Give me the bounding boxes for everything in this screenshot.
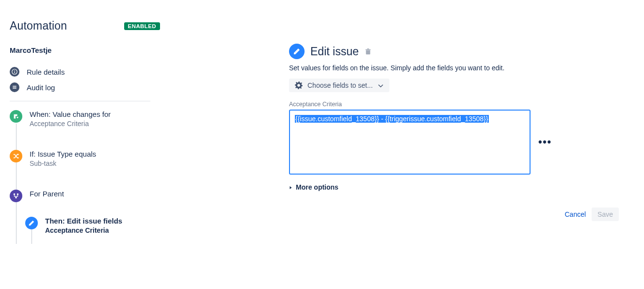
status-badge-enabled: ENABLED xyxy=(124,22,160,30)
divider xyxy=(10,101,150,101)
selected-text: {{issue.customfield_13508}} - {{triggeri… xyxy=(295,115,489,123)
more-options-toggle[interactable]: More options xyxy=(289,183,619,191)
chain-step-condition[interactable]: If: Issue Type equals Sub-task xyxy=(10,150,160,190)
chain-step-trigger[interactable]: When: Value changes for Acceptance Crite… xyxy=(10,110,160,150)
detail-description: Set values for fields on the issue. Simp… xyxy=(289,64,619,72)
nav-rule-details[interactable]: Rule details xyxy=(10,64,160,80)
choose-fields-button[interactable]: Choose fields to set... xyxy=(289,79,389,92)
caret-right-icon xyxy=(289,183,293,191)
choose-fields-label: Choose fields to set... xyxy=(307,81,373,89)
edit-issue-icon xyxy=(289,44,305,59)
acceptance-criteria-input[interactable]: {{issue.customfield_13508}} - {{triggeri… xyxy=(289,110,531,175)
more-options-label: More options xyxy=(296,183,338,191)
chain-step-action[interactable]: Then: Edit issue fields Acceptance Crite… xyxy=(10,217,160,244)
step-title: Then: Edit issue fields xyxy=(45,217,122,225)
edit-icon xyxy=(25,217,38,229)
step-title: When: Value changes for xyxy=(30,110,111,118)
info-icon xyxy=(10,67,19,77)
step-subtitle: Sub-task xyxy=(30,160,96,167)
trigger-icon xyxy=(10,110,22,123)
step-title: If: Issue Type equals xyxy=(30,150,96,158)
step-subtitle: Acceptance Criteria xyxy=(30,120,111,128)
field-more-icon[interactable]: ••• xyxy=(536,135,554,149)
branch-icon xyxy=(10,190,22,202)
chevron-down-icon xyxy=(378,82,384,88)
nav-label: Audit log xyxy=(27,83,55,92)
save-button[interactable]: Save xyxy=(592,208,619,221)
nav-audit-log[interactable]: Audit log xyxy=(10,80,160,95)
chain-step-branch[interactable]: For Parent xyxy=(10,190,160,217)
nav-label: Rule details xyxy=(27,68,64,76)
step-title: For Parent xyxy=(30,190,64,198)
step-subtitle: Acceptance Criteria xyxy=(45,226,122,234)
list-icon xyxy=(10,82,19,92)
delete-icon[interactable] xyxy=(365,48,371,55)
gear-icon xyxy=(295,81,303,89)
rule-name[interactable]: MarcoTestje xyxy=(10,46,160,54)
detail-title: Edit issue xyxy=(310,45,359,58)
field-label: Acceptance Criteria xyxy=(289,101,619,108)
condition-icon xyxy=(10,150,22,162)
cancel-button[interactable]: Cancel xyxy=(564,210,586,218)
page-title: Automation xyxy=(10,19,67,32)
